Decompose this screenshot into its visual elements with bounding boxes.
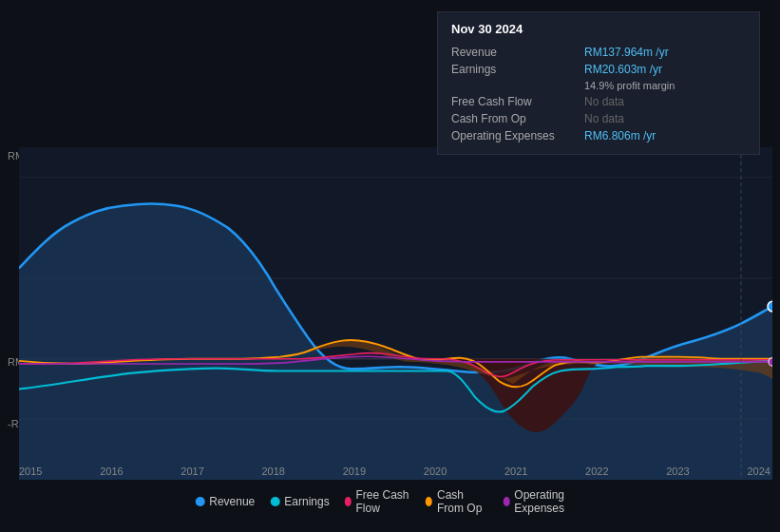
- x-label-2022: 2022: [585, 466, 608, 477]
- legend-revenue[interactable]: Revenue: [195, 495, 255, 508]
- info-value-earnings: RM20.603m /yr: [584, 61, 746, 78]
- info-label-opex: Operating Expenses: [451, 127, 584, 144]
- legend: Revenue Earnings Free Cash Flow Cash Fro…: [195, 488, 585, 515]
- info-value-margin: 14.9% profit margin: [584, 78, 746, 93]
- info-row-cashfromop: Cash From Op No data: [451, 110, 746, 127]
- legend-cashfromop[interactable]: Cash From Op: [426, 488, 487, 515]
- info-value-cashfromop: No data: [584, 110, 746, 127]
- info-label-fcf: Free Cash Flow: [451, 93, 584, 110]
- svg-point-6: [768, 301, 772, 312]
- legend-label-earnings: Earnings: [284, 495, 329, 508]
- legend-dot-opex: [503, 497, 509, 506]
- info-label-earnings: Earnings: [451, 61, 584, 78]
- legend-label-opex: Operating Expenses: [514, 488, 584, 515]
- info-label-revenue: Revenue: [451, 44, 584, 61]
- info-value-opex: RM6.806m /yr: [584, 127, 746, 144]
- x-label-2020: 2020: [424, 466, 447, 477]
- info-box: Nov 30 2024 Revenue RM137.964m /yr Earni…: [437, 11, 760, 155]
- x-label-2024: 2024: [747, 466, 770, 477]
- legend-dot-cashfromop: [426, 497, 432, 506]
- info-value-fcf: No data: [584, 93, 746, 110]
- x-label-2015: 2015: [19, 466, 42, 477]
- info-row-earnings: Earnings RM20.603m /yr: [451, 61, 746, 78]
- x-label-2018: 2018: [261, 466, 284, 477]
- info-label-cashfromop: Cash From Op: [451, 110, 584, 127]
- legend-dot-fcf: [345, 497, 352, 506]
- legend-dot-revenue: [195, 497, 204, 506]
- chart-area: [19, 147, 772, 480]
- info-row-opex: Operating Expenses RM6.806m /yr: [451, 127, 746, 144]
- legend-fcf[interactable]: Free Cash Flow: [345, 488, 411, 515]
- x-axis-labels: 2015 2016 2017 2018 2019 2020 2021 2022 …: [19, 466, 770, 477]
- info-value-revenue: RM137.964m /yr: [584, 44, 746, 61]
- legend-label-cashfromop: Cash From Op: [437, 488, 488, 515]
- info-row-revenue: Revenue RM137.964m /yr: [451, 44, 746, 61]
- legend-earnings[interactable]: Earnings: [270, 495, 329, 508]
- chart-svg: [19, 147, 772, 480]
- info-row-margin: 14.9% profit margin: [451, 78, 746, 93]
- legend-label-revenue: Revenue: [209, 495, 255, 508]
- info-row-fcf: Free Cash Flow No data: [451, 93, 746, 110]
- x-label-2021: 2021: [504, 466, 527, 477]
- info-date: Nov 30 2024: [451, 22, 746, 36]
- legend-label-fcf: Free Cash Flow: [355, 488, 410, 515]
- x-label-2016: 2016: [100, 466, 123, 477]
- x-label-2019: 2019: [343, 466, 366, 477]
- x-label-2023: 2023: [666, 466, 689, 477]
- legend-opex[interactable]: Operating Expenses: [503, 488, 584, 515]
- legend-dot-earnings: [270, 497, 279, 506]
- svg-point-7: [769, 358, 772, 366]
- info-table: Revenue RM137.964m /yr Earnings RM20.603…: [451, 44, 746, 144]
- x-label-2017: 2017: [181, 466, 203, 477]
- chart-container: Nov 30 2024 Revenue RM137.964m /yr Earni…: [0, 0, 780, 532]
